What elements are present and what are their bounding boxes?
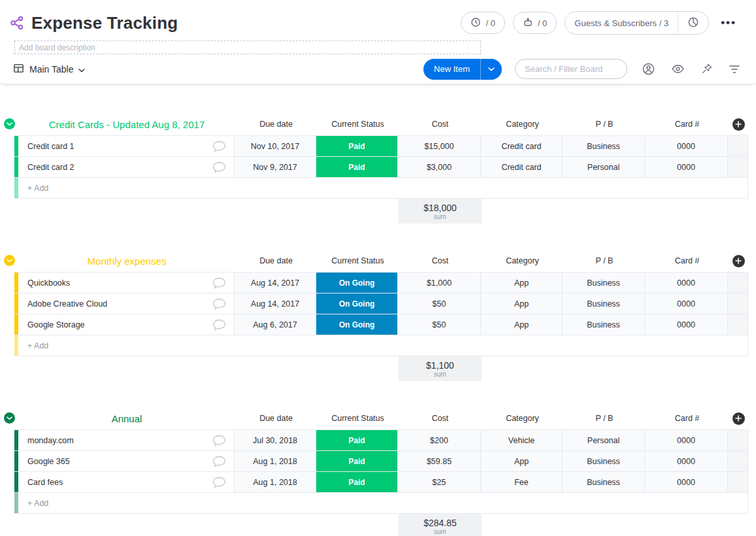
add-item-row[interactable]: + Add bbox=[14, 335, 748, 356]
cost-cell[interactable]: $3,000 bbox=[398, 157, 481, 177]
board-stats-button[interactable] bbox=[678, 12, 708, 34]
card-number-cell[interactable]: 0000 bbox=[645, 136, 728, 156]
item-name[interactable]: Google 365 bbox=[27, 457, 212, 466]
board-description-input[interactable] bbox=[14, 41, 481, 54]
new-item-chevron-icon[interactable] bbox=[480, 59, 502, 80]
category-cell[interactable]: Credit card bbox=[481, 136, 563, 156]
column-header-cost[interactable]: Cost bbox=[399, 256, 482, 265]
filter-icon[interactable] bbox=[727, 63, 742, 75]
column-header-current-status[interactable]: Current Status bbox=[317, 120, 399, 129]
updates-bubble-icon[interactable] bbox=[212, 298, 226, 310]
page-title[interactable]: Expense Tracking bbox=[31, 13, 178, 33]
cost-cell[interactable]: $59.85 bbox=[398, 451, 481, 471]
updates-bubble-icon[interactable] bbox=[212, 141, 226, 152]
group-title[interactable]: Monthly expenses bbox=[88, 256, 167, 267]
cost-cell[interactable]: $50 bbox=[398, 314, 481, 335]
add-item-row[interactable]: + Add bbox=[14, 493, 748, 514]
collapse-group-icon[interactable] bbox=[4, 412, 15, 424]
category-cell[interactable]: App bbox=[481, 451, 563, 471]
pb-cell[interactable]: Business bbox=[563, 293, 645, 314]
cost-cell[interactable]: $15,000 bbox=[398, 136, 481, 156]
add-column-button[interactable] bbox=[732, 118, 745, 131]
category-cell[interactable]: Vehicle bbox=[481, 430, 563, 450]
pin-icon[interactable] bbox=[699, 61, 714, 76]
card-number-cell[interactable]: 0000 bbox=[645, 430, 728, 450]
board-activity-button[interactable]: / 0 bbox=[461, 12, 504, 34]
updates-bubble-icon[interactable] bbox=[212, 477, 226, 488]
column-header-due-date[interactable]: Due date bbox=[235, 414, 317, 423]
column-header-pb[interactable]: P / B bbox=[563, 256, 646, 265]
category-cell[interactable]: App bbox=[481, 273, 563, 293]
card-number-cell[interactable]: 0000 bbox=[645, 273, 728, 293]
due-date-cell[interactable]: Nov 9, 2017 bbox=[235, 157, 316, 177]
status-cell[interactable]: Paid bbox=[316, 430, 398, 450]
column-header-current-status[interactable]: Current Status bbox=[317, 414, 399, 423]
column-header-due-date[interactable]: Due date bbox=[235, 120, 317, 129]
add-column-button[interactable] bbox=[732, 412, 745, 425]
column-header-card-number[interactable]: Card # bbox=[646, 256, 729, 265]
updates-bubble-icon[interactable] bbox=[212, 277, 226, 289]
card-number-cell[interactable]: 0000 bbox=[645, 314, 728, 335]
due-date-cell[interactable]: Aug 6, 2017 bbox=[235, 314, 316, 335]
due-date-cell[interactable]: Aug 14, 2017 bbox=[235, 293, 316, 314]
item-name[interactable]: monday.com bbox=[27, 436, 212, 445]
card-number-cell[interactable]: 0000 bbox=[645, 472, 728, 492]
group-title[interactable]: Credit Cards - Updated Aug 8, 2017 bbox=[49, 119, 205, 130]
cost-cell[interactable]: $25 bbox=[398, 472, 481, 492]
cost-cell[interactable]: $200 bbox=[398, 430, 481, 450]
status-cell[interactable]: On Going bbox=[316, 273, 398, 293]
pb-cell[interactable]: Personal bbox=[563, 430, 645, 450]
cost-cell[interactable]: $50 bbox=[398, 293, 481, 314]
updates-bubble-icon[interactable] bbox=[212, 456, 226, 467]
category-cell[interactable]: Fee bbox=[481, 472, 563, 492]
person-filter-icon[interactable] bbox=[640, 61, 657, 77]
status-cell[interactable]: On Going bbox=[316, 314, 398, 335]
collapse-group-icon[interactable] bbox=[4, 255, 15, 266]
due-date-cell[interactable]: Aug 14, 2017 bbox=[235, 273, 316, 293]
status-cell[interactable]: Paid bbox=[316, 157, 398, 177]
cost-cell[interactable]: $1,000 bbox=[398, 273, 481, 293]
pb-cell[interactable]: Personal bbox=[563, 157, 645, 177]
due-date-cell[interactable]: Jul 30, 2018 bbox=[235, 430, 316, 450]
board-integrations-button[interactable]: / 0 bbox=[513, 12, 557, 34]
column-header-cost[interactable]: Cost bbox=[399, 414, 482, 423]
column-header-category[interactable]: Category bbox=[482, 256, 563, 265]
due-date-cell[interactable]: Aug 1, 2018 bbox=[235, 451, 316, 471]
board-menu-button[interactable]: ••• bbox=[717, 14, 740, 32]
column-header-pb[interactable]: P / B bbox=[563, 414, 646, 423]
column-header-card-number[interactable]: Card # bbox=[646, 120, 729, 129]
column-header-cost[interactable]: Cost bbox=[399, 120, 482, 129]
collapse-group-icon[interactable] bbox=[4, 118, 15, 129]
add-column-button[interactable] bbox=[732, 255, 745, 267]
due-date-cell[interactable]: Aug 1, 2018 bbox=[235, 472, 316, 492]
status-cell[interactable]: Paid bbox=[316, 136, 398, 156]
view-switcher[interactable]: Main Table bbox=[9, 60, 89, 78]
card-number-cell[interactable]: 0000 bbox=[645, 451, 728, 471]
add-item-row[interactable]: + Add bbox=[14, 178, 748, 199]
column-header-current-status[interactable]: Current Status bbox=[317, 256, 399, 265]
pb-cell[interactable]: Business bbox=[563, 451, 645, 471]
updates-bubble-icon[interactable] bbox=[212, 161, 226, 173]
updates-bubble-icon[interactable] bbox=[212, 435, 226, 446]
pb-cell[interactable]: Business bbox=[563, 472, 645, 492]
item-name[interactable]: Credit card 1 bbox=[27, 142, 212, 151]
pb-cell[interactable]: Business bbox=[563, 136, 645, 156]
status-cell[interactable]: On Going bbox=[316, 293, 398, 314]
item-name[interactable]: Credit card 2 bbox=[27, 163, 212, 172]
status-cell[interactable]: Paid bbox=[316, 472, 398, 492]
column-header-category[interactable]: Category bbox=[482, 414, 563, 423]
guests-subscribers-button[interactable]: Guests & Subscribers / 3 bbox=[565, 12, 678, 34]
column-header-category[interactable]: Category bbox=[482, 120, 563, 129]
card-number-cell[interactable]: 0000 bbox=[645, 293, 728, 314]
new-item-button[interactable]: New Item bbox=[423, 59, 502, 80]
group-title[interactable]: Annual bbox=[112, 413, 142, 424]
pb-cell[interactable]: Business bbox=[563, 273, 645, 293]
item-name[interactable]: Quickbooks bbox=[27, 278, 212, 288]
hidden-columns-eye-icon[interactable] bbox=[670, 61, 686, 77]
search-input[interactable] bbox=[515, 59, 627, 79]
card-number-cell[interactable]: 0000 bbox=[645, 157, 728, 177]
due-date-cell[interactable]: Nov 10, 2017 bbox=[235, 136, 316, 156]
item-name[interactable]: Google Storage bbox=[27, 320, 212, 329]
item-name[interactable]: Adobe Creative Cloud bbox=[27, 299, 212, 309]
column-header-pb[interactable]: P / B bbox=[563, 120, 646, 129]
